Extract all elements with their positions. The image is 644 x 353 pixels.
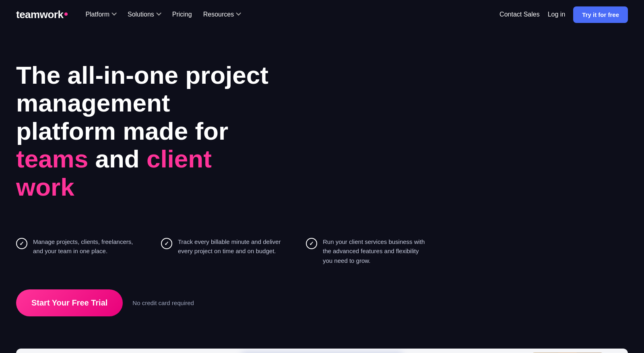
login-link[interactable]: Log in — [548, 11, 566, 18]
logo-text: teamwork — [16, 8, 63, 21]
nav-pricing-label: Pricing — [172, 11, 192, 18]
feature-item-0: Manage projects, clients, freelancers, a… — [16, 237, 137, 265]
nav-resources-label: Resources — [203, 11, 234, 18]
nav-platform[interactable]: Platform — [80, 8, 121, 21]
hero-highlight-work: work — [16, 173, 74, 201]
features-list: Manage projects, clients, freelancers, a… — [0, 237, 443, 265]
hero-section: The all-in-one project managementplatfor… — [0, 29, 314, 237]
logo-dot — [64, 12, 68, 16]
solutions-chevron-icon — [156, 12, 161, 17]
nav-pricing[interactable]: Pricing — [167, 8, 197, 21]
feature-text-1: Track every billable minute and deliver … — [178, 237, 282, 256]
feature-text-2: Run your client services business with t… — [323, 237, 427, 265]
free-trial-button[interactable]: Start Your Free Trial — [16, 289, 123, 316]
resources-chevron-icon — [236, 12, 241, 17]
contact-sales-link[interactable]: Contact Sales — [500, 11, 540, 18]
check-icon-1 — [161, 238, 172, 249]
navigation: teamwork Platform Solutions Pricing Reso… — [0, 0, 644, 29]
platform-chevron-icon — [111, 12, 116, 17]
hero-highlight-client: client — [147, 145, 212, 173]
check-icon-2 — [306, 238, 317, 249]
nav-resources[interactable]: Resources — [198, 8, 246, 21]
nav-left: teamwork Platform Solutions Pricing Reso… — [16, 8, 246, 21]
dashboard-preview: 🔍 Project, compa... — [16, 349, 628, 353]
feature-item-2: Run your client services business with t… — [306, 237, 427, 265]
cta-section: Start Your Free Trial No credit card req… — [0, 289, 644, 316]
nav-right: Contact Sales Log in Try it for free — [500, 6, 628, 23]
hero-title-and: and — [88, 145, 147, 173]
nav-platform-label: Platform — [85, 11, 109, 18]
no-cc-text: No credit card required — [132, 299, 194, 306]
nav-menu: Platform Solutions Pricing Resources — [80, 8, 246, 21]
check-icon-0 — [16, 238, 27, 249]
nav-solutions[interactable]: Solutions — [123, 8, 166, 21]
hero-title: The all-in-one project managementplatfor… — [16, 61, 298, 201]
hero-highlight-teams: teams — [16, 145, 88, 173]
logo[interactable]: teamwork — [16, 8, 68, 21]
feature-text-0: Manage projects, clients, freelancers, a… — [33, 237, 137, 256]
hero-title-part1: The all-in-one project managementplatfor… — [16, 61, 268, 145]
try-free-button[interactable]: Try it for free — [573, 6, 628, 23]
feature-item-1: Track every billable minute and deliver … — [161, 237, 282, 265]
nav-solutions-label: Solutions — [128, 11, 154, 18]
